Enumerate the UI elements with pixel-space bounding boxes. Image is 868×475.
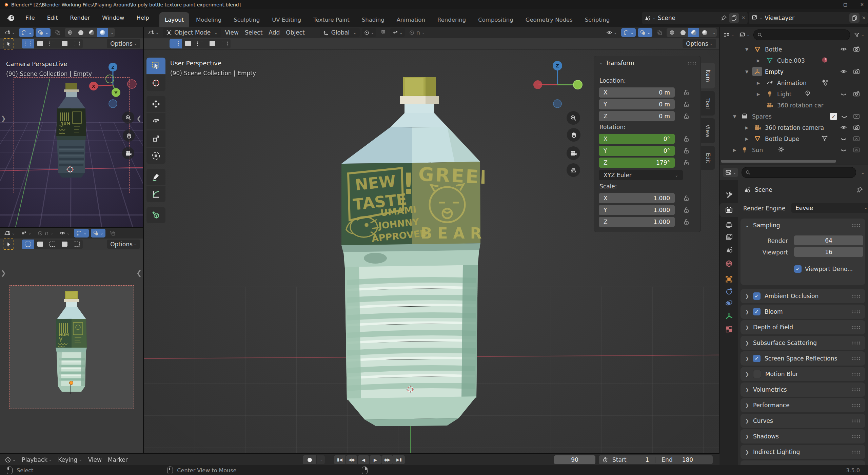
tool-annotate[interactable] — [146, 169, 165, 185]
hide-eye-icon[interactable] — [840, 46, 847, 53]
editor-type-icon[interactable]: ⌄ — [723, 168, 738, 177]
lock-icon[interactable] — [683, 147, 690, 154]
render-viewport-content[interactable]: NUM ❯ ❮ — [0, 250, 143, 454]
sidebar-expand-icon[interactable]: ❮ — [136, 115, 142, 122]
select-mode-subtract[interactable] — [194, 39, 206, 48]
pin-icon[interactable] — [856, 186, 863, 193]
new-scene-button[interactable] — [729, 13, 739, 23]
play-reverse-button[interactable]: ◀ — [358, 455, 369, 464]
active-tool-select-box[interactable] — [3, 38, 14, 49]
select-mode-extend[interactable] — [34, 240, 46, 249]
xray-toggle[interactable] — [654, 28, 665, 37]
blender-menu-button[interactable] — [2, 12, 19, 23]
select-mode-subtract[interactable] — [46, 240, 58, 249]
jump-to-start-button[interactable]: ▮◀ — [334, 455, 346, 464]
expand-arrow-icon[interactable]: ▶ — [757, 58, 760, 63]
select-mode-difference[interactable] — [58, 39, 71, 48]
maximize-button[interactable]: ▢ — [843, 2, 847, 7]
pan-button[interactable] — [123, 129, 135, 142]
active-tool-select-box[interactable] — [3, 239, 14, 250]
gizmos-toggle[interactable]: ⌄ — [19, 28, 34, 37]
bottle-object-render-view[interactable]: NUM — [50, 290, 93, 396]
select-mode-intersect[interactable] — [71, 39, 83, 48]
outliner-row-360-rotation-car[interactable]: 360 rotation car — [719, 100, 868, 111]
tab-render[interactable] — [719, 203, 738, 217]
expand-arrow-icon[interactable]: ▼ — [733, 114, 736, 119]
xray-toggle[interactable] — [107, 229, 118, 238]
select-mode-new[interactable] — [170, 39, 182, 48]
outliner-row-empty[interactable]: ▼ Empty — [719, 66, 868, 77]
scene-name[interactable]: Scene — [658, 15, 719, 21]
tool-scale[interactable] — [146, 130, 165, 147]
tab-edit[interactable]: Edit — [701, 146, 715, 170]
minimize-button[interactable]: — — [826, 2, 830, 7]
hide-eye-icon[interactable] — [840, 124, 847, 131]
workspace-tab-modeling[interactable]: Modeling — [191, 12, 227, 27]
render-engine-dropdown[interactable]: Eevee⌄ — [791, 203, 868, 213]
camera-visibility-icon[interactable] — [853, 124, 860, 131]
proportional-editing-toggle[interactable]: ∩⌄ — [407, 28, 427, 37]
location-x-field[interactable]: X0 m — [599, 87, 675, 98]
workspace-tab-texture-paint[interactable]: Texture Paint — [308, 12, 355, 27]
camera-visibility-icon[interactable] — [853, 68, 860, 75]
rotation-y-field[interactable]: Y0° — [599, 146, 675, 156]
shading-solid[interactable] — [677, 28, 688, 37]
viewport-denoise-checkbox[interactable]: ✓ — [794, 265, 802, 273]
editor-type-icon[interactable]: ⌄ — [2, 28, 17, 37]
zoom-button[interactable] — [567, 111, 580, 125]
overlays-toggle[interactable]: ⌄ — [638, 28, 652, 37]
panel-shadows[interactable]: ❯Shadows — [741, 429, 865, 443]
menu-file[interactable]: File — [20, 12, 41, 23]
tab-view-layer[interactable] — [719, 230, 738, 244]
over­lays-toggle[interactable]: ⌄ — [36, 28, 50, 37]
gizmos-toggle[interactable]: ⌄ — [621, 28, 636, 37]
outliner-row-light[interactable]: ▶ Light — [719, 88, 868, 100]
camera-view-button[interactable] — [122, 147, 134, 159]
outliner-row-bottle[interactable]: ▼ Bottle — [719, 44, 868, 55]
expand-arrow-icon[interactable]: ▶ — [745, 125, 748, 130]
lock-icon[interactable] — [683, 219, 690, 225]
menu-view[interactable]: View — [223, 28, 241, 37]
close-button[interactable]: ✕ — [860, 2, 864, 7]
tab-scene[interactable] — [719, 243, 738, 257]
current-frame-field[interactable]: 90 — [554, 455, 595, 464]
select-mode-intersect[interactable] — [71, 240, 83, 249]
panel-indirect-lighting[interactable]: ❯Indirect Lighting — [741, 445, 865, 459]
overlays-toggle[interactable]: ⌄ — [91, 229, 105, 238]
lock-icon[interactable] — [683, 136, 690, 142]
camera-visibility-icon[interactable] — [853, 90, 860, 97]
camera-visibility-icon[interactable] — [853, 46, 860, 53]
menu-object[interactable]: Object — [284, 28, 307, 37]
sampling-viewport-field[interactable]: 16 — [794, 247, 863, 257]
outliner-row-bottle-dupe[interactable]: ▶ Bottle Dupe — [719, 133, 868, 144]
lock-icon[interactable] — [683, 89, 690, 96]
panel-subsurface-scattering[interactable]: ❯Subsurface Scattering — [741, 336, 865, 350]
hide-eye-icon[interactable] — [840, 68, 847, 75]
bottle-object[interactable]: NEW TASTE ! UMAMI JOHNNY APPROVED — [335, 75, 485, 429]
select-mode-difference[interactable] — [58, 240, 71, 249]
panel-grip[interactable] — [852, 224, 861, 227]
object-visibility-icon[interactable]: ⌄ — [57, 229, 72, 238]
zoom-button[interactable] — [122, 111, 134, 124]
rotation-mode-dropdown[interactable]: XYZ Euler⌄ — [599, 170, 683, 180]
tool-select-box[interactable] — [146, 58, 165, 74]
camera-view-button[interactable] — [567, 146, 580, 160]
filter-icon[interactable]: ⌄ — [853, 30, 865, 39]
start-value[interactable]: 1 — [646, 456, 649, 463]
remove-viewlayer-icon[interactable]: ✕ — [862, 15, 866, 21]
rotation-x-field[interactable]: X0° — [599, 134, 675, 144]
editor-type-icon[interactable]: ⌄ — [3, 455, 18, 464]
editor-type-icon[interactable]: ⌄ — [722, 30, 735, 39]
hidden-eye-icon[interactable] — [840, 91, 847, 98]
snap-target-dropdown[interactable]: ⌄ — [390, 28, 405, 37]
camera-disabled-icon[interactable] — [853, 146, 860, 153]
hidden-eye-icon[interactable] — [840, 147, 847, 154]
mode-dropdown[interactable]: Object Mode⌄ — [163, 28, 221, 37]
end-value[interactable]: 180 — [682, 456, 693, 463]
tab-object-data[interactable] — [719, 309, 738, 323]
outliner-row-sun[interactable]: ▶ Sun — [719, 144, 868, 156]
panel-curves[interactable]: ❯Curves — [741, 414, 865, 428]
viewlayer-name[interactable]: ViewLayer — [765, 15, 847, 21]
panel-volumetrics[interactable]: ❯Volumetrics — [741, 383, 865, 397]
hidden-eye-icon[interactable] — [840, 136, 847, 143]
